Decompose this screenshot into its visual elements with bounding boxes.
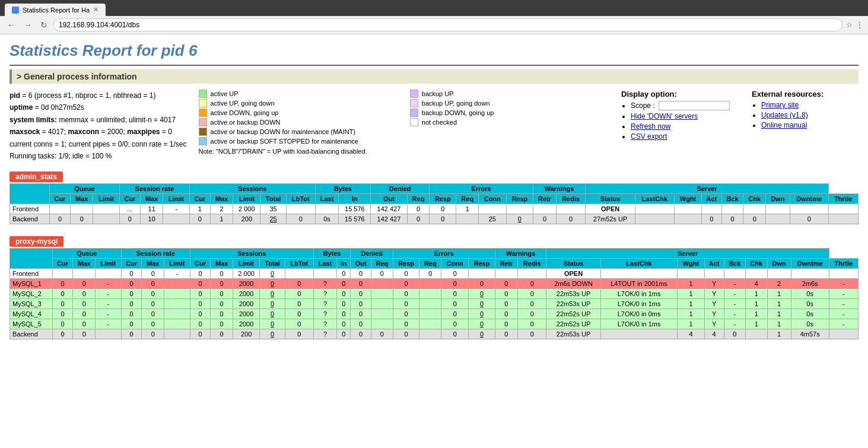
td (791, 269, 829, 279)
td (495, 269, 517, 279)
th2-errors: Errors (393, 249, 495, 259)
forward-button[interactable]: → (21, 19, 34, 31)
mysql1-lastchk: L4TOUT in 2001ms (600, 279, 678, 289)
browser-tab[interactable]: Statistics Report for Ha ✕ (5, 4, 106, 16)
proxy-mysql-table: Queue Session rate Sessions Bytes Denied… (9, 248, 859, 339)
tab-title: Statistics Report for Ha (23, 7, 90, 14)
td: 0 (419, 269, 441, 279)
td: 0 (260, 319, 285, 329)
mysql4-row: MySQL_4 0 0 - 0 0 0 0 2000 0 0 ? 0 0 0 (10, 309, 859, 319)
mysql2-label: MySQL_2 (10, 289, 53, 299)
address-bar[interactable] (53, 18, 842, 31)
td (635, 214, 674, 224)
th2-s-total: Total (260, 259, 285, 269)
td (419, 299, 441, 309)
td (678, 269, 704, 279)
th-e-resp: Resp (506, 194, 533, 204)
td: 0 (393, 329, 419, 339)
td: 0 (211, 309, 233, 319)
td: 0 (190, 299, 211, 309)
td: 1 (678, 279, 704, 289)
csv-export-option: CSV export (631, 132, 740, 141)
td: 0 (557, 214, 586, 224)
back-button[interactable]: ← (5, 19, 18, 31)
td: 1 (767, 319, 791, 329)
td: 15 576 (339, 214, 371, 224)
td: 0 (351, 299, 371, 309)
td (163, 214, 189, 224)
td (675, 214, 702, 224)
td: 4 (704, 329, 724, 339)
mysql2-lastchk: L7OK/0 in 1ms (600, 289, 678, 299)
td: 0 (285, 329, 313, 339)
td: 0 (285, 279, 313, 289)
td: 2m6s (791, 279, 829, 289)
td (828, 204, 858, 214)
legend-label-maint: active or backup DOWN for maintenance (M… (211, 128, 356, 135)
mysql2-row: MySQL_2 0 0 - 0 0 0 0 2000 0 0 ? 0 0 0 (10, 289, 859, 299)
th2-dwn: Dwn (767, 259, 791, 269)
th2-denied: Denied (351, 249, 393, 259)
th2-act: Act (704, 259, 724, 269)
td: 0 (495, 319, 517, 329)
td: - (829, 309, 858, 319)
th2-wght: Wght (678, 259, 704, 269)
td: 0 (260, 279, 285, 289)
td: 1 (211, 214, 233, 224)
hide-down-servers-link[interactable]: Hide 'DOWN' servers (631, 112, 698, 120)
scope-option: Scope : (631, 101, 740, 110)
scope-input[interactable] (659, 101, 730, 110)
legend-note: Note: "NOLB"/"DRAIN" = UP with load-bala… (199, 148, 398, 155)
legend-color-active-up (199, 90, 207, 98)
td: 0 (407, 204, 430, 214)
th-s-lbtot: LbTot (286, 194, 315, 204)
csv-export-link[interactable]: CSV export (631, 132, 667, 141)
td (286, 204, 315, 214)
td: 0 (518, 329, 546, 339)
td: 0 (351, 309, 371, 319)
refresh-button[interactable]: ↻ (38, 19, 50, 31)
td: ? (313, 309, 336, 319)
primary-site-link[interactable]: Primary site (761, 101, 799, 109)
uptime-line: uptime = 0d 0h27m52s (9, 101, 187, 113)
close-tab-button[interactable]: ✕ (93, 6, 98, 14)
online-manual-link[interactable]: Online manual (761, 121, 807, 129)
td (790, 204, 828, 214)
th-dwntme: Dwntme (790, 194, 828, 204)
td: 0 (441, 309, 469, 319)
td (635, 204, 674, 214)
td: 0 (337, 309, 351, 319)
proxy-backend-row: Backend 0 0 0 0 0 0 200 0 0 ? 0 0 0 0 (10, 329, 859, 339)
proxy-mysql-section: proxy-mysql Queue Session rate Sessions … (9, 236, 859, 339)
td: 1 (767, 289, 791, 299)
th2-b-in: In (337, 259, 351, 269)
legend-active-backup-down: active or backup DOWN (199, 118, 398, 126)
th-w-redis: Redis (557, 194, 586, 204)
refresh-now-link[interactable]: Refresh now (631, 122, 670, 131)
td: 0 (142, 329, 164, 339)
system-limits-line: system limits: memmax = unlimited; ulimi… (9, 114, 187, 126)
legend-color-backup-up (410, 90, 418, 98)
td: 0 (518, 309, 546, 319)
menu-icon: ⋮ (856, 21, 863, 29)
admin-backend-label: Backend (10, 214, 50, 224)
td (315, 204, 339, 214)
td (600, 269, 678, 279)
mysql3-lastchk: L7OK/0 in 1ms (600, 299, 678, 309)
td (419, 329, 441, 339)
td: 0 (469, 309, 495, 319)
td: 1 (767, 329, 791, 339)
td (675, 204, 702, 214)
td: 2 000 (233, 204, 260, 214)
th-queue: Queue (49, 184, 119, 194)
td: 4m57s (791, 329, 829, 339)
td (829, 269, 858, 279)
td: - (163, 204, 189, 214)
td (724, 269, 745, 279)
th2-warnings: Warnings (495, 249, 546, 259)
updates-link[interactable]: Updates (v1.8) (761, 111, 808, 119)
td: 0 (518, 299, 546, 309)
th-d-req: Req (407, 194, 430, 204)
td (313, 269, 336, 279)
td: 0 (393, 319, 419, 329)
